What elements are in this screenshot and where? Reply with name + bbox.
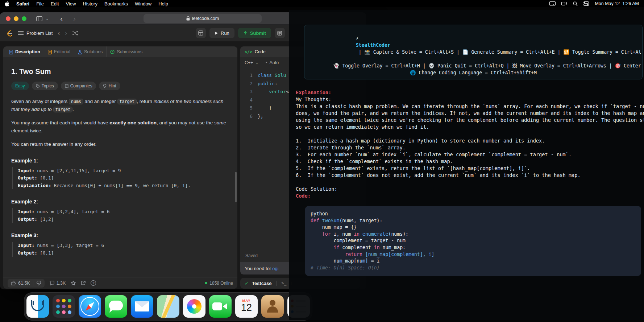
minimize-window-button[interactable] <box>14 16 18 21</box>
paragraph-3: You can return the answer in any order. <box>11 140 229 148</box>
menubar-item-edit[interactable]: Edit <box>51 1 59 7</box>
camera-icon <box>212 302 222 310</box>
help-button[interactable]: ? <box>91 280 96 286</box>
person-icon <box>270 300 275 306</box>
control-center-icon[interactable] <box>583 1 589 6</box>
solution-explanation: Explanation: My Thoughts: This is a clas… <box>289 89 644 276</box>
dock-calendar[interactable]: MAY 12 <box>235 295 258 318</box>
submissions-history-icon <box>110 50 115 54</box>
submit-button[interactable]: Submit <box>238 28 271 38</box>
dislike-button[interactable] <box>36 281 41 285</box>
dock-launchpad[interactable] <box>53 295 75 318</box>
play-icon <box>215 31 218 35</box>
like-button[interactable]: 61.5K <box>11 281 30 286</box>
description-icon <box>9 50 13 54</box>
thoughts-heading: My Thoughts: <box>296 96 644 103</box>
thumbs-down-icon <box>36 281 41 285</box>
leetcode-logo[interactable] <box>5 29 13 37</box>
tab-solutions[interactable]: Solutions <box>74 46 107 57</box>
explanation-body: This is a classic hash map problem. We c… <box>296 103 644 131</box>
paragraph-2: You may assume that each input would hav… <box>11 119 229 135</box>
debugger-button[interactable] <box>196 28 206 38</box>
prev-problem-button[interactable]: ‹ <box>58 30 60 36</box>
solutions-flask-icon <box>78 50 82 54</box>
comments-button[interactable]: 1.3K <box>50 281 66 286</box>
dock-safari[interactable] <box>79 295 101 318</box>
tab-editorial[interactable]: Editorial <box>44 46 74 57</box>
chevron-down-icon[interactable]: ⌄ <box>46 12 49 25</box>
example-2-title: Example 2: <box>11 199 229 205</box>
notes-icon <box>277 31 282 36</box>
dock-contacts[interactable] <box>261 295 284 318</box>
companies-pill[interactable]: Companies <box>61 82 96 90</box>
difficulty-badge[interactable]: Easy <box>11 82 29 90</box>
dock-messages[interactable] <box>105 295 127 318</box>
terminal-icon: >_ <box>282 281 287 286</box>
editorial-icon <box>48 50 52 54</box>
topics-pill[interactable]: Topics <box>32 82 58 90</box>
lock-icon <box>186 16 190 21</box>
menubar-item-history[interactable]: History <box>83 1 97 7</box>
address-bar[interactable]: leetcode.com <box>144 14 262 23</box>
chevron-down-icon: ⌄ <box>255 61 258 65</box>
flower-icon <box>187 299 201 314</box>
description-panel: Description Editorial Solutions Submissi… <box>3 46 237 289</box>
login-link[interactable]: Logi <box>270 266 279 271</box>
hint-pill[interactable]: Hint <box>99 82 120 90</box>
auto-option[interactable]: Auto <box>269 60 279 65</box>
zoom-window-button[interactable] <box>22 16 26 21</box>
menubar-app-name[interactable]: Safari <box>16 1 29 7</box>
example-3-title: Example 3: <box>11 232 229 238</box>
share-icon <box>81 281 86 285</box>
scrollbar-thumb[interactable] <box>235 172 237 202</box>
forward-button[interactable]: › <box>73 12 76 25</box>
problem-title: 1. Two Sum <box>11 67 229 76</box>
screen-mirroring-icon[interactable] <box>549 1 556 6</box>
dock-facetime[interactable] <box>209 295 232 318</box>
tab-testcase[interactable]: Testcase <box>252 281 272 286</box>
lightbulb-icon <box>103 84 107 88</box>
example-3-block: Input:nums = [3,3], target = 6 Output:[0… <box>12 242 229 257</box>
vote-pill: 61.5K <box>8 279 45 288</box>
sidebar-toggle-icon[interactable] <box>36 12 42 25</box>
upload-icon <box>243 31 248 35</box>
apple-menu[interactable] <box>5 1 10 7</box>
back-button[interactable]: ‹ <box>60 12 63 25</box>
online-count: 1858 Online <box>205 281 233 286</box>
problem-list-button[interactable]: Problem List <box>18 30 53 36</box>
dock-finder[interactable] <box>26 295 49 318</box>
building-icon <box>65 84 68 88</box>
dock-photos[interactable] <box>183 295 205 318</box>
dock-maps[interactable] <box>157 295 179 318</box>
favorite-button[interactable] <box>71 281 76 285</box>
divider <box>33 281 33 286</box>
menubar-item-file[interactable]: File <box>36 1 44 7</box>
shortcut-line-3: 🌐 Change Coding Language = Ctrl+Alt+Shif… <box>308 69 639 76</box>
menubar-item-window[interactable]: Window <box>135 1 151 7</box>
envelope-icon <box>135 301 149 311</box>
share-button[interactable] <box>81 281 86 285</box>
menubar-item-bookmarks[interactable]: Bookmarks <box>104 1 128 7</box>
dock-mail[interactable] <box>131 295 153 318</box>
star-icon <box>71 281 76 285</box>
online-dot <box>205 282 207 284</box>
tab-submissions[interactable]: Submissions <box>107 46 146 57</box>
run-button[interactable]: Run <box>209 28 234 38</box>
search-icon[interactable] <box>573 1 578 6</box>
calendar-day: 12 <box>235 302 258 313</box>
stealthcoder-overlay: ⚡ StealthCoder | 📸 Capture & Solve = Ctr… <box>289 10 644 320</box>
tab-description[interactable]: Description <box>5 46 44 57</box>
shuffle-icon[interactable] <box>72 31 78 36</box>
language-selector[interactable]: C++ <box>245 60 253 65</box>
dot-separator: • <box>266 60 267 65</box>
close-window-button[interactable] <box>6 16 11 21</box>
menubar-clock[interactable]: Mon May 12 1:26 AM <box>595 1 639 6</box>
tag-row: Easy Topics Companies Hint <box>11 82 229 90</box>
notes-button[interactable] <box>275 28 285 38</box>
stage-manager-icon[interactable] <box>561 1 567 6</box>
menubar-item-view[interactable]: View <box>66 1 76 7</box>
menubar-item-help[interactable]: Help <box>158 1 168 7</box>
next-problem-button[interactable]: › <box>65 30 67 36</box>
problem-description: 1. Two Sum Easy Topics Companies Hint Gi… <box>3 57 237 257</box>
list-icon <box>18 31 24 35</box>
